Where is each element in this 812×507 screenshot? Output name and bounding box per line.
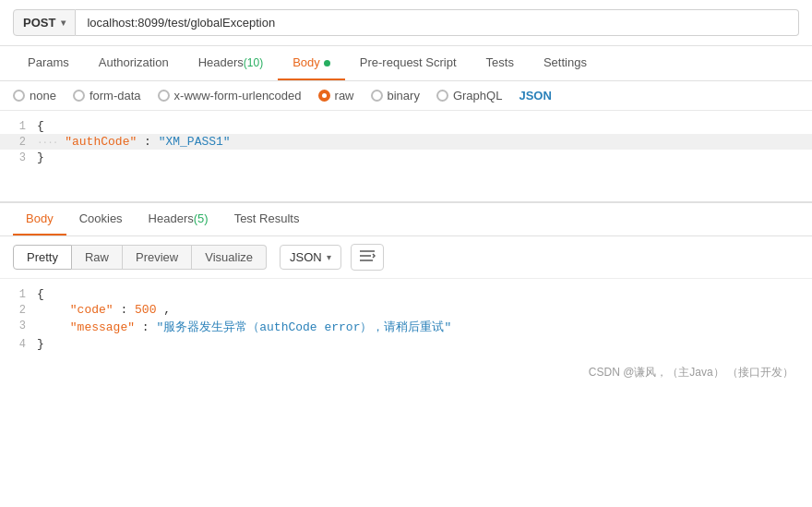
request-code-editor[interactable]: 1 { 2 ···· "authCode" : "XM_PASS1" 3 } [0, 111, 812, 203]
req-code-line-1: 1 { [0, 118, 812, 134]
wrap-icon[interactable] [351, 244, 384, 271]
nav-tabs: Params Authorization Headers(10) Body Pr… [0, 46, 812, 81]
view-btn-visualize[interactable]: Visualize [192, 245, 267, 270]
footer: CSDN @谦风，（主Java） （接口开发） [0, 359, 812, 386]
resp-code-line-2: 2 "code" : 500 , [0, 302, 812, 318]
resp-key-code: "code" [70, 303, 113, 317]
resp-line-content-3: "message" : "服务器发生异常（authCode error），请稍后… [37, 319, 812, 335]
resp-line-content-4: } [37, 337, 812, 351]
response-code-area[interactable]: 1 { 2 "code" : 500 , 3 "message" : "服务器发… [0, 279, 812, 359]
resp-code-line-3: 3 "message" : "服务器发生异常（authCode error），请… [0, 318, 812, 336]
req-key-authcode: "authCode" [65, 135, 137, 149]
radio-dot-raw [318, 90, 330, 102]
resp-code-line-4: 4 } [0, 336, 812, 352]
footer-text: CSDN @谦风，（主Java） （接口开发） [589, 366, 794, 379]
json-format-label[interactable]: JSON [519, 89, 551, 103]
wrap-lines-icon [359, 249, 376, 262]
radio-dot-urlencoded [158, 90, 170, 102]
response-tabs: Body Cookies Headers(5) Test Results [0, 203, 812, 236]
radio-dot-binary [371, 90, 383, 102]
tab-body[interactable]: Body [278, 46, 345, 80]
radio-dot-form-data [73, 90, 85, 102]
resp-line-num-4: 4 [0, 337, 37, 351]
resp-tab-body[interactable]: Body [13, 203, 66, 235]
method-select[interactable]: POST ▾ [13, 9, 76, 36]
resp-headers-badge: (5) [194, 211, 209, 225]
method-chevron: ▾ [61, 18, 66, 28]
req-line-content-2: ···· "authCode" : "XM_PASS1" [37, 135, 812, 149]
resp-line-num-3: 3 [0, 319, 37, 332]
radio-none[interactable]: none [13, 89, 56, 103]
tab-prerequest[interactable]: Pre-request Script [345, 46, 472, 80]
format-chevron: ▾ [327, 252, 331, 262]
req-line-num-2: 2 [0, 135, 37, 149]
resp-key-message: "message" [70, 320, 135, 334]
tab-tests[interactable]: Tests [472, 46, 529, 80]
resp-tab-headers[interactable]: Headers(5) [136, 203, 221, 235]
radio-graphql[interactable]: GraphQL [436, 89, 502, 103]
method-label: POST [23, 16, 55, 30]
req-code-line-3: 3 } [0, 150, 812, 165]
req-line-num-1: 1 [0, 119, 37, 133]
radio-raw[interactable]: raw [318, 89, 354, 103]
view-btn-raw[interactable]: Raw [72, 245, 123, 270]
url-bar: POST ▾ [0, 0, 812, 46]
view-btn-pretty[interactable]: Pretty [13, 245, 72, 270]
req-val-authcode: "XM_PASS1" [159, 135, 231, 149]
resp-val-message: "服务器发生异常（authCode error），请稍后重试" [156, 320, 451, 334]
radio-binary[interactable]: binary [371, 89, 420, 103]
format-label: JSON [290, 250, 322, 264]
resp-val-code: 500 [135, 303, 156, 317]
tab-settings[interactable]: Settings [529, 46, 602, 80]
req-code-line-2: 2 ···· "authCode" : "XM_PASS1" [0, 134, 812, 150]
resp-line-content-1: { [37, 287, 812, 301]
body-type-row: none form-data x-www-form-urlencoded raw… [0, 81, 812, 111]
resp-line-content-2: "code" : 500 , [37, 303, 812, 317]
resp-line-num-1: 1 [0, 287, 37, 301]
req-line-content-3: } [37, 151, 812, 164]
tab-headers[interactable]: Headers(10) [184, 46, 278, 80]
req-line-content-1: { [37, 119, 812, 133]
view-btn-preview[interactable]: Preview [123, 245, 192, 270]
headers-badge: (10) [244, 56, 263, 69]
resp-tab-cookies[interactable]: Cookies [66, 203, 136, 235]
url-input[interactable] [76, 9, 799, 36]
body-dot [324, 60, 330, 66]
format-select[interactable]: JSON ▾ [280, 245, 341, 270]
resp-code-line-1: 1 { [0, 286, 812, 302]
tab-params[interactable]: Params [13, 46, 84, 80]
view-controls: Pretty Raw Preview Visualize JSON ▾ [0, 236, 812, 279]
resp-line-num-2: 2 [0, 303, 37, 317]
radio-form-data[interactable]: form-data [73, 89, 141, 103]
req-line-num-3: 3 [0, 151, 37, 164]
resp-tab-test-results[interactable]: Test Results [221, 203, 313, 235]
radio-dot-graphql [436, 90, 448, 102]
radio-dot-none [13, 90, 25, 102]
radio-urlencoded[interactable]: x-www-form-urlencoded [158, 89, 302, 103]
tab-authorization[interactable]: Authorization [84, 46, 184, 80]
